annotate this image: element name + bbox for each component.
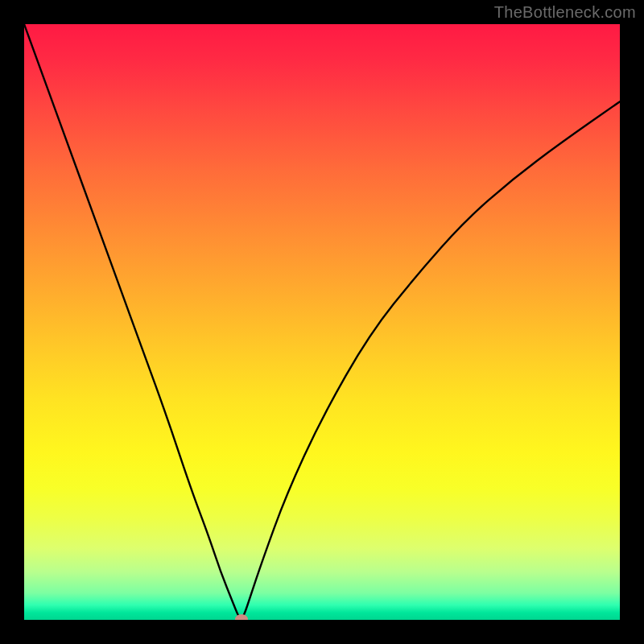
bottleneck-curve (24, 24, 620, 620)
watermark-text: TheBottleneck.com (494, 3, 636, 22)
plot-area (24, 24, 620, 620)
chart-frame: TheBottleneck.com (0, 0, 644, 644)
optimal-point-marker (235, 614, 248, 620)
